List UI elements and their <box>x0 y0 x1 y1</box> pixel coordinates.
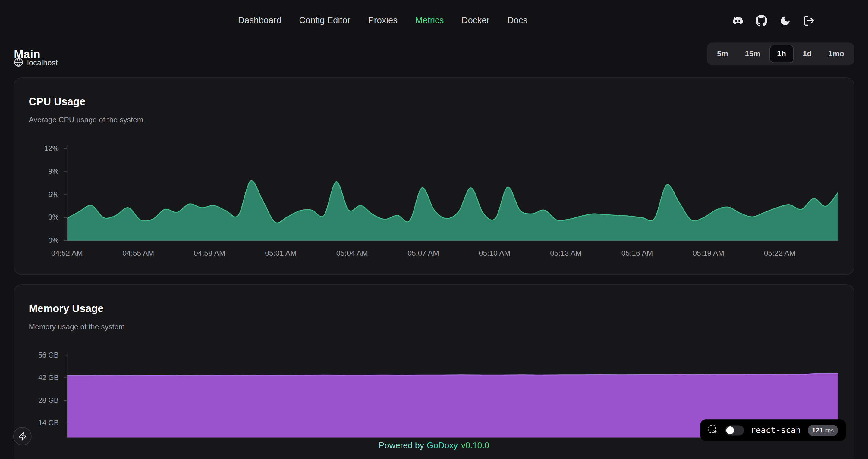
devtools-toggle-button[interactable] <box>13 427 32 446</box>
discord-icon[interactable] <box>732 15 744 27</box>
header-icons <box>732 15 815 27</box>
footer-godoxy-link[interactable]: GoDoxy <box>427 440 458 450</box>
footer-powered-by: Powered by <box>379 440 424 450</box>
y-axis-label: 6% <box>14 190 59 200</box>
time-range-5m[interactable]: 5m <box>709 45 736 63</box>
time-range-selector: 5m 15m 1h 1d 1mo <box>707 42 854 65</box>
footer-version: v0.10.0 <box>461 440 489 450</box>
fps-value: 121 <box>812 425 824 436</box>
x-axis-label: 05:10 AM <box>479 249 510 258</box>
toggle-knob <box>726 426 734 434</box>
time-range-15m[interactable]: 15m <box>737 45 768 63</box>
x-axis-label: 04:58 AM <box>194 249 225 258</box>
globe-icon <box>14 58 23 67</box>
y-axis-label: 28 GB <box>14 395 59 405</box>
cpu-card-subtitle: Average CPU usage of the system <box>29 116 144 124</box>
sign-out-icon[interactable] <box>803 15 815 27</box>
x-axis-label: 05:19 AM <box>692 249 724 258</box>
dark-mode-icon[interactable] <box>779 15 791 27</box>
x-axis-label: 05:22 AM <box>764 249 796 258</box>
cpu-card-title: CPU Usage <box>29 96 86 108</box>
x-axis-label: 04:55 AM <box>122 249 154 258</box>
react-scan-logo-icon <box>708 425 719 435</box>
y-axis-label: 56 GB <box>14 350 59 360</box>
x-axis-label: 05:04 AM <box>336 249 368 258</box>
y-axis-label: 3% <box>14 212 59 223</box>
y-axis-label: 12% <box>14 144 59 154</box>
host-row: localhost <box>14 58 58 67</box>
react-scan-toggle[interactable] <box>725 425 744 435</box>
y-axis-label: 14 GB <box>14 418 59 428</box>
github-icon[interactable] <box>755 15 767 27</box>
nav-dashboard[interactable]: Dashboard <box>238 14 281 27</box>
memory-card-subtitle: Memory usage of the system <box>29 323 125 331</box>
nav-config-editor[interactable]: Config Editor <box>299 14 350 27</box>
lightning-icon <box>18 432 27 440</box>
y-axis-label: 9% <box>14 167 59 177</box>
x-axis-label: 05:13 AM <box>550 249 582 258</box>
y-axis-label: 42 GB <box>14 373 59 383</box>
fps-unit: FPS <box>825 429 834 434</box>
cpu-usage-chart <box>64 145 838 241</box>
x-axis-label: 05:16 AM <box>621 249 653 258</box>
fps-badge: 121 FPS <box>807 425 838 436</box>
nav-docs[interactable]: Docs <box>507 14 527 27</box>
x-axis-label: 05:07 AM <box>407 249 439 258</box>
time-range-1mo[interactable]: 1mo <box>820 45 852 63</box>
time-range-1d[interactable]: 1d <box>795 45 819 63</box>
nav-docker[interactable]: Docker <box>461 14 490 27</box>
footer: Powered byGoDoxyv0.10.0 <box>0 440 868 450</box>
react-scan-widget[interactable]: react-scan 121 FPS <box>701 419 846 441</box>
time-range-1h[interactable]: 1h <box>769 45 794 63</box>
host-label: localhost <box>27 58 58 67</box>
main-nav: Dashboard Config Editor Proxies Metrics … <box>238 14 527 27</box>
x-axis-label: 05:01 AM <box>265 249 297 258</box>
cpu-usage-card: CPU Usage Average CPU usage of the syste… <box>14 77 854 275</box>
x-axis-label: 04:52 AM <box>51 249 83 258</box>
godoxy-metrics-page: Dashboard Config Editor Proxies Metrics … <box>0 0 868 459</box>
react-scan-label: react-scan <box>751 425 801 435</box>
memory-card-title: Memory Usage <box>29 303 104 315</box>
nav-proxies[interactable]: Proxies <box>368 14 398 27</box>
nav-metrics[interactable]: Metrics <box>415 14 444 27</box>
y-axis-label: 0% <box>14 235 59 245</box>
